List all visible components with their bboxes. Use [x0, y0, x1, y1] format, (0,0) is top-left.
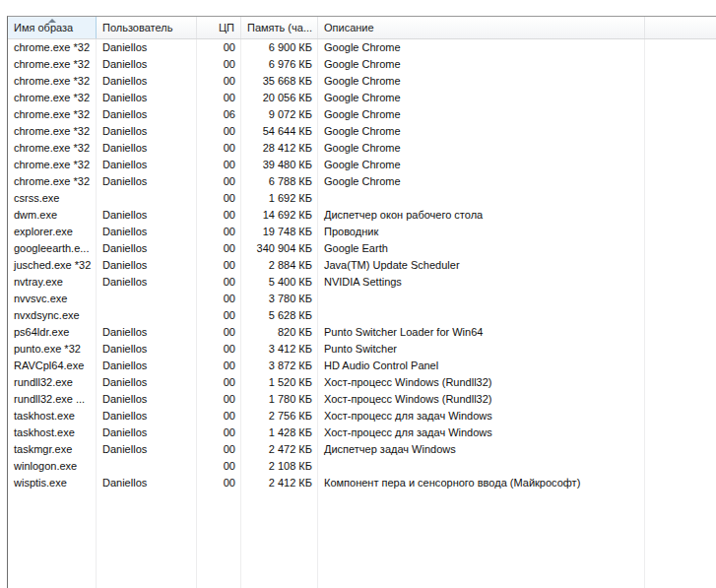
cell-cpu: 00 — [197, 307, 241, 324]
table-row[interactable]: jusched.exe *32Daniellos002 884 КБJava(T… — [8, 257, 716, 274]
column-header-memory[interactable]: Память (ча... — [241, 17, 318, 38]
table-row[interactable]: ps64ldr.exeDaniellos00820 КБPunto Switch… — [8, 324, 716, 341]
cell-image-name: chrome.exe *32 — [8, 56, 97, 73]
cell-image-name: chrome.exe *32 — [8, 39, 97, 56]
cell-user — [97, 307, 197, 324]
cell-description — [318, 190, 645, 207]
table-row[interactable]: taskhost.exeDaniellos002 756 КБХост-проц… — [8, 408, 716, 425]
table-row[interactable]: chrome.exe *32Daniellos006 900 КБGoogle … — [8, 39, 716, 56]
cell-cpu: 00 — [197, 240, 241, 257]
table-row[interactable]: chrome.exe *32Daniellos0035 668 КБGoogle… — [8, 73, 716, 90]
cell-description: Хост-процесс для задач Windows — [318, 408, 645, 425]
table-row[interactable]: taskhost.exeDaniellos001 428 КБХост-проц… — [8, 425, 716, 441]
cell-user: Daniellos — [97, 173, 197, 190]
cell-user: Daniellos — [97, 408, 197, 425]
cell-memory: 5 628 КБ — [241, 307, 318, 324]
table-row[interactable]: punto.exe *32Daniellos003 412 КБPunto Sw… — [8, 341, 716, 358]
table-row[interactable]: wisptis.exeDaniellos002 412 КБКомпонент … — [8, 475, 716, 491]
cell-memory: 2 108 КБ — [241, 458, 318, 475]
table-row[interactable]: RAVCpl64.exeDaniellos003 872 КБHD Audio … — [8, 358, 716, 374]
table-row[interactable]: dwm.exeDaniellos0014 692 КБДиспетчер око… — [8, 207, 716, 224]
cell-image-name: chrome.exe *32 — [8, 140, 97, 157]
cell-user: Daniellos — [97, 391, 197, 408]
cell-image-name: ps64ldr.exe — [8, 324, 97, 341]
column-header-description[interactable]: Описание — [318, 17, 645, 38]
column-header-label: Описание — [324, 22, 374, 33]
cell-cpu: 00 — [197, 274, 241, 291]
cell-image-name: jusched.exe *32 — [8, 257, 97, 274]
table-row[interactable]: nvvsvc.exe003 780 КБ — [8, 291, 716, 307]
table-row[interactable]: rundll32.exeDaniellos001 520 КБХост-проц… — [8, 374, 716, 391]
cell-memory: 20 056 КБ — [241, 90, 318, 106]
cell-user: Daniellos — [97, 324, 197, 341]
cell-description — [318, 307, 645, 324]
column-header-label: Пользователь — [102, 22, 172, 33]
cell-memory: 340 904 КБ — [241, 240, 318, 257]
cell-memory: 1 428 КБ — [241, 425, 318, 441]
cell-description: Google Chrome — [318, 39, 645, 56]
table-row[interactable]: chrome.exe *32Daniellos069 072 КБGoogle … — [8, 106, 716, 123]
table-row[interactable]: chrome.exe *32Daniellos0039 480 КБGoogle… — [8, 157, 716, 173]
cell-memory: 2 472 КБ — [241, 441, 318, 458]
cell-user: Daniellos — [97, 106, 197, 123]
table-row[interactable]: chrome.exe *32Daniellos0020 056 КБGoogle… — [8, 90, 716, 106]
cell-description: NVIDIA Settings — [318, 274, 645, 291]
cell-user: Daniellos — [97, 257, 197, 274]
process-listview: Имя образа Пользователь ЦП Память (ча...… — [7, 16, 716, 588]
table-row[interactable]: nvtray.exeDaniellos005 400 КБNVIDIA Sett… — [8, 274, 716, 291]
column-header-user[interactable]: Пользователь — [97, 17, 197, 38]
cell-memory: 2 412 КБ — [241, 475, 318, 491]
cell-cpu: 00 — [197, 157, 241, 173]
cell-description: Google Chrome — [318, 157, 645, 173]
cell-memory: 54 644 КБ — [241, 123, 318, 140]
cell-description: Google Chrome — [318, 140, 645, 157]
table-row[interactable]: winlogon.exe002 108 КБ — [8, 458, 716, 475]
cell-image-name: nvvsvc.exe — [8, 291, 97, 307]
cell-image-name: csrss.exe — [8, 190, 97, 207]
cell-image-name: chrome.exe *32 — [8, 173, 97, 190]
cell-memory: 5 400 КБ — [241, 274, 318, 291]
cell-cpu: 00 — [197, 441, 241, 458]
cell-description: Хост-процесс Windows (Rundll32) — [318, 374, 645, 391]
cell-description: Google Chrome — [318, 106, 645, 123]
table-row[interactable]: taskmgr.exeDaniellos002 472 КБДиспетчер … — [8, 441, 716, 458]
table-row[interactable]: chrome.exe *32Daniellos006 788 КБGoogle … — [8, 173, 716, 190]
cell-image-name: taskhost.exe — [8, 408, 97, 425]
column-header-image-name[interactable]: Имя образа — [8, 17, 97, 38]
cell-image-name: taskhost.exe — [8, 425, 97, 441]
cell-cpu: 00 — [197, 173, 241, 190]
cell-cpu: 00 — [197, 257, 241, 274]
cell-memory: 3 412 КБ — [241, 341, 318, 358]
table-row[interactable]: rundll32.exe ...Daniellos001 780 КБХост-… — [8, 391, 716, 408]
table-row[interactable]: explorer.exeDaniellos0019 748 КБПроводни… — [8, 224, 716, 240]
table-row[interactable]: chrome.exe *32Daniellos0028 412 КБGoogle… — [8, 140, 716, 157]
cell-memory: 6 788 КБ — [241, 173, 318, 190]
table-row[interactable]: chrome.exe *32Daniellos0054 644 КБGoogle… — [8, 123, 716, 140]
table-row[interactable]: chrome.exe *32Daniellos006 976 КБGoogle … — [8, 56, 716, 73]
cell-user: Daniellos — [97, 358, 197, 374]
cell-user: Daniellos — [97, 207, 197, 224]
cell-user: Daniellos — [97, 140, 197, 157]
cell-image-name: chrome.exe *32 — [8, 90, 97, 106]
cell-user — [97, 458, 197, 475]
cell-user: Daniellos — [97, 90, 197, 106]
cell-cpu: 00 — [197, 291, 241, 307]
cell-image-name: nvxdsync.exe — [8, 307, 97, 324]
cell-cpu: 00 — [197, 391, 241, 408]
cell-image-name: nvtray.exe — [8, 274, 97, 291]
cell-user: Daniellos — [97, 39, 197, 56]
cell-image-name: winlogon.exe — [8, 458, 97, 475]
table-row[interactable]: googleearth.e...Daniellos00340 904 КБGoo… — [8, 240, 716, 257]
cell-memory: 820 КБ — [241, 324, 318, 341]
cell-image-name: chrome.exe *32 — [8, 106, 97, 123]
table-row[interactable]: nvxdsync.exe005 628 КБ — [8, 307, 716, 324]
cell-image-name: chrome.exe *32 — [8, 157, 97, 173]
column-header-blank[interactable] — [645, 17, 716, 38]
cell-description: Диспетчер окон рабочего стола — [318, 207, 645, 224]
cell-cpu: 00 — [197, 90, 241, 106]
cell-description: Google Chrome — [318, 173, 645, 190]
cell-cpu: 00 — [197, 123, 241, 140]
column-header-cpu[interactable]: ЦП — [197, 17, 241, 38]
cell-description: Хост-процесс для задач Windows — [318, 425, 645, 441]
table-row[interactable]: csrss.exe001 692 КБ — [8, 190, 716, 207]
